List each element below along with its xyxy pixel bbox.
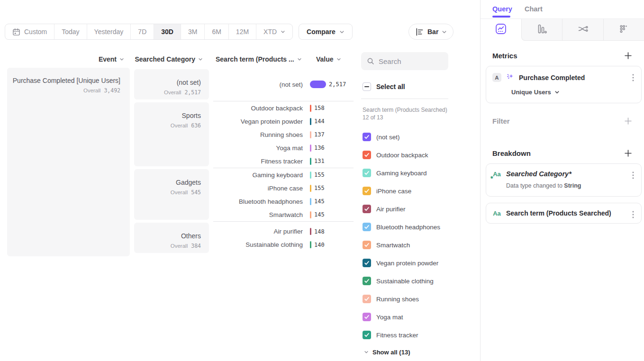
series-label: Yoga mat: [376, 314, 403, 321]
calendar-icon: [12, 28, 20, 36]
date-range-xtd[interactable]: XTD: [256, 24, 292, 39]
series-filter-item[interactable]: Vegan protein powder: [361, 254, 448, 272]
category-name: Sports: [134, 112, 201, 119]
date-range-group: Custom Today Yesterday 7D 30D 3M 6M 12M …: [5, 24, 293, 40]
date-range-6m[interactable]: 6M: [205, 24, 228, 39]
row-label: Vegan protein powder: [213, 118, 310, 125]
category-cell[interactable]: Sports Overall636: [134, 102, 209, 166]
metric-card-row[interactable]: A Purchase Completed: [492, 72, 635, 82]
category-cell[interactable]: (not set) Overall2,517: [134, 69, 209, 99]
data-type-note-text: Data type changed to: [506, 182, 564, 189]
series-checkbox[interactable]: [363, 241, 371, 249]
date-range-yesterday[interactable]: Yesterday: [87, 24, 131, 39]
table-group: Sports Overall636 Outdoor backpack 158 V…: [134, 101, 354, 168]
add-breakdown-button[interactable]: [625, 150, 632, 157]
tab-retention[interactable]: [603, 19, 644, 41]
series-checkbox[interactable]: [363, 205, 371, 213]
series-checkbox[interactable]: [363, 277, 371, 285]
series-filter-title: Search term (Products Searched) 12 of 13: [361, 106, 448, 121]
series-filter-item[interactable]: Gaming keyboard: [361, 164, 448, 182]
event-cell[interactable]: Purchase Completed [Unique Users] Overal…: [7, 68, 130, 256]
series-filter-item[interactable]: Yoga mat: [361, 308, 448, 326]
column-header-search-term[interactable]: Search term (Products ...: [213, 53, 302, 65]
metric-menu-button[interactable]: [631, 73, 635, 82]
indeterminate-icon: [364, 86, 369, 87]
table-row[interactable]: iPhone case 155: [213, 181, 354, 195]
tab-query[interactable]: Query: [492, 0, 512, 18]
table-row[interactable]: Air purifier 148: [213, 225, 354, 238]
series-checkbox[interactable]: [363, 151, 371, 159]
table-row[interactable]: Vegan protein powder 144: [213, 115, 354, 128]
flows-icon: [577, 23, 589, 37]
series-checkbox[interactable]: [363, 187, 371, 195]
series-filter-item[interactable]: Running shoes: [361, 290, 448, 308]
insights-report-screen: Custom Today Yesterday 7D 30D 3M 6M 12M …: [0, 0, 644, 361]
chevron-down-icon: [364, 350, 369, 354]
table-row[interactable]: (not set) 2,517: [213, 69, 354, 100]
row-label: Bluetooth headphones: [213, 198, 310, 205]
date-range-12m[interactable]: 12M: [229, 24, 256, 39]
row-value: 155: [314, 185, 325, 191]
table-row[interactable]: Yoga mat 136: [213, 141, 354, 154]
series-filter-item[interactable]: Bluetooth headphones: [361, 218, 448, 236]
value-bar: [310, 158, 311, 165]
date-range-3m[interactable]: 3M: [181, 24, 205, 39]
table-row[interactable]: Fitness tracker 131: [213, 154, 354, 168]
series-checkbox[interactable]: [363, 169, 371, 177]
breakdown-menu-button[interactable]: [631, 210, 635, 219]
series-checkbox[interactable]: [363, 133, 371, 141]
breakdown-row[interactable]: Aa✱ Searched Category*: [492, 170, 635, 178]
row-bar-area: 148: [310, 228, 354, 235]
column-header-value[interactable]: Value: [310, 53, 341, 65]
series-filter-item[interactable]: Air purifier: [361, 200, 448, 218]
add-metric-button[interactable]: [625, 52, 632, 59]
tab-flows[interactable]: [562, 19, 603, 41]
breakdown-row[interactable]: Aa Search term (Products Searched): [492, 209, 635, 217]
series-label: Smartwatch: [376, 242, 410, 249]
series-filter-item[interactable]: Smartwatch: [361, 236, 448, 254]
series-filter-item[interactable]: iPhone case: [361, 182, 448, 200]
select-all-row[interactable]: Select all: [361, 82, 448, 91]
table-row[interactable]: Gaming keyboard 155: [213, 168, 354, 181]
series-filter-item[interactable]: Fitness tracker: [361, 326, 448, 344]
category-cell[interactable]: Gadgets Overall545: [134, 169, 209, 220]
category-cell[interactable]: Others Overall384: [134, 223, 209, 253]
date-range-label: 7D: [138, 28, 146, 36]
row-value: 148: [314, 228, 325, 235]
series-checkbox[interactable]: [363, 331, 371, 339]
column-header-searched-category[interactable]: Searched Category: [134, 53, 209, 65]
event-name: Purchase Completed [Unique Users]: [7, 77, 120, 84]
search-input[interactable]: [379, 57, 435, 65]
date-range-today[interactable]: Today: [54, 24, 87, 39]
series-checkbox[interactable]: [363, 295, 371, 303]
table-row[interactable]: Running shoes 137: [213, 128, 354, 141]
table-row[interactable]: Outdoor backpack 158: [213, 101, 354, 115]
compare-button[interactable]: Compare: [299, 24, 353, 40]
tab-chart[interactable]: Chart: [525, 0, 543, 18]
column-header-event[interactable]: Event: [7, 53, 130, 65]
table-row[interactable]: Smartwatch 145: [213, 208, 354, 221]
show-all-button[interactable]: Show all (13): [361, 344, 448, 360]
breakdown-card-searched-category: Aa✱ Searched Category* Data type changed…: [486, 163, 642, 197]
table-row[interactable]: Sustainable clothing 140: [213, 238, 354, 252]
series-filter-item[interactable]: Outdoor backpack: [361, 146, 448, 164]
tab-funnels[interactable]: [521, 19, 562, 41]
chart-type-button[interactable]: Bar: [408, 24, 454, 40]
series-checkbox[interactable]: [363, 259, 371, 267]
series-checkbox[interactable]: [363, 223, 371, 231]
tab-insights[interactable]: [481, 19, 521, 41]
date-range-custom[interactable]: Custom: [5, 24, 54, 39]
series-filter-item[interactable]: (not set): [361, 128, 448, 146]
breakdown-menu-button[interactable]: [631, 171, 635, 180]
select-all-checkbox[interactable]: [363, 82, 371, 91]
date-range-30d[interactable]: 30D: [154, 24, 181, 39]
measure-dropdown[interactable]: Unique Users: [511, 89, 635, 96]
series-filter-item[interactable]: Sustainable clothing: [361, 272, 448, 290]
date-range-7d[interactable]: 7D: [131, 24, 154, 39]
add-filter-button[interactable]: [625, 117, 632, 125]
row-label: Sustainable clothing: [213, 241, 310, 248]
series-checkbox[interactable]: [363, 313, 371, 321]
table-row[interactable]: Bluetooth headphones 145: [213, 195, 354, 208]
overall-label: Overall: [164, 90, 181, 95]
search-box[interactable]: [361, 52, 448, 70]
